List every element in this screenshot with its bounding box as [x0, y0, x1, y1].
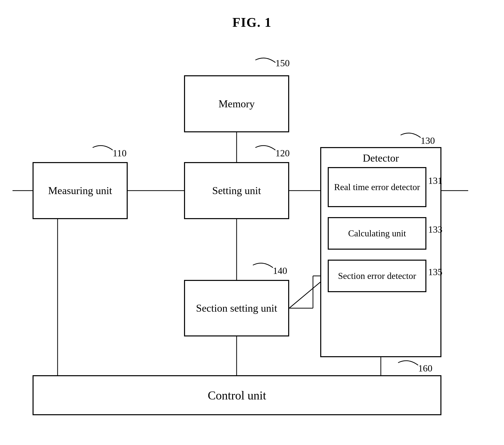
figure-title: FIG. 1 [232, 15, 271, 30]
measuring-unit-block: Measuring unit [33, 162, 128, 219]
real-time-error-block: Real time error detector [328, 167, 426, 207]
ref-133: 133 [428, 224, 442, 235]
setting-unit-label: Setting unit [212, 185, 261, 197]
calculating-unit-label: Calculating unit [348, 228, 406, 239]
ref-135: 135 [428, 266, 442, 277]
setting-unit-block: Setting unit [184, 162, 289, 219]
ref-110: 110 [113, 148, 127, 159]
section-setting-block: Section setting unit [184, 280, 289, 336]
ref-130: 130 [421, 135, 435, 146]
control-unit-block: Control unit [33, 375, 441, 415]
real-time-error-label: Real time error detector [334, 182, 420, 192]
ref-131: 131 [428, 175, 442, 186]
measuring-unit-label: Measuring unit [48, 185, 112, 197]
ref-160: 160 [418, 363, 432, 374]
section-error-label: Section error detector [338, 271, 416, 281]
section-error-block: Section error detector [328, 260, 426, 292]
ref-140: 140 [273, 265, 287, 276]
control-unit-label: Control unit [208, 388, 266, 402]
detector-label: Detector [321, 152, 440, 164]
calculating-unit-block: Calculating unit [328, 217, 426, 250]
memory-block: Memory [184, 75, 289, 132]
ref-120: 120 [275, 148, 290, 159]
ref-150: 150 [275, 58, 290, 69]
memory-label: Memory [219, 98, 255, 110]
section-setting-label: Section setting unit [196, 302, 277, 314]
